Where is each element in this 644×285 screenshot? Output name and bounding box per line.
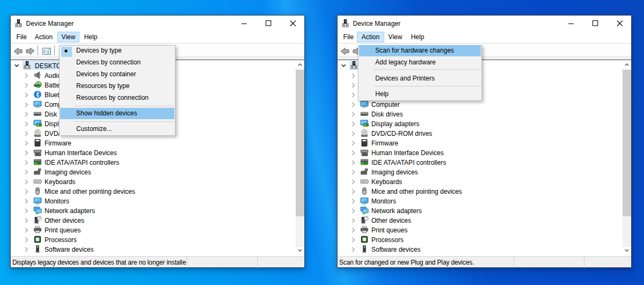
- svg-text:?: ?: [38, 217, 40, 221]
- svg-text:?: ?: [365, 217, 367, 221]
